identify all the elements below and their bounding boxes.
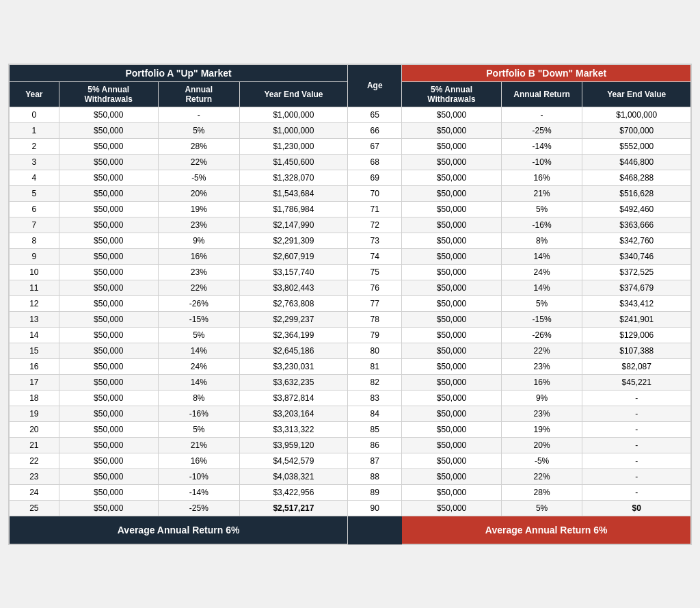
cell-year: 24	[10, 484, 59, 500]
portfolio-b-header: Portfolio B "Down" Market	[402, 64, 691, 81]
cell-year: 6	[10, 201, 59, 217]
cell-a-ret: 24%	[158, 358, 239, 374]
cell-b-ret: 5%	[501, 500, 582, 516]
cell-age: 65	[348, 107, 402, 122]
cell-b-yev: $492,460	[582, 201, 691, 217]
cell-year: 15	[10, 343, 59, 358]
table-row: 3 $50,000 22% $1,450,600 68 $50,000 -10%…	[10, 154, 691, 170]
cell-year: 7	[10, 217, 59, 233]
cell-a-wd: $50,000	[59, 358, 158, 374]
cell-a-wd: $50,000	[59, 343, 158, 358]
table-row: 25 $50,000 -25% $2,517,217 90 $50,000 5%…	[10, 500, 691, 516]
cell-b-wd: $50,000	[402, 107, 501, 122]
cell-a-yev: $3,959,120	[239, 437, 347, 453]
cell-a-ret: 16%	[158, 453, 239, 468]
cell-a-yev: $2,299,237	[239, 311, 347, 327]
cell-a-yev: $2,763,808	[239, 295, 347, 311]
cell-b-yev: $516,628	[582, 185, 691, 201]
cell-b-wd: $50,000	[402, 280, 501, 295]
table-row: 24 $50,000 -14% $3,422,956 89 $50,000 28…	[10, 484, 691, 500]
cell-a-yev: $1,786,984	[239, 201, 347, 217]
cell-age: 73	[348, 233, 402, 248]
cell-a-wd: $50,000	[59, 406, 158, 421]
col-b-wd: 5% AnnualWithdrawals	[402, 81, 501, 107]
table-row: 7 $50,000 23% $2,147,990 72 $50,000 -16%…	[10, 217, 691, 233]
cell-b-ret: 9%	[501, 390, 582, 406]
cell-age: 67	[348, 138, 402, 154]
cell-age: 82	[348, 374, 402, 390]
cell-b-yev: -	[582, 484, 691, 500]
cell-b-wd: $50,000	[402, 358, 501, 374]
table-row: 1 $50,000 5% $1,000,000 66 $50,000 -25% …	[10, 122, 691, 138]
table-row: 5 $50,000 20% $1,543,684 70 $50,000 21% …	[10, 185, 691, 201]
cell-age: 77	[348, 295, 402, 311]
cell-b-ret: 14%	[501, 248, 582, 264]
cell-year: 13	[10, 311, 59, 327]
cell-b-yev: -	[582, 437, 691, 453]
cell-b-ret: 24%	[501, 264, 582, 280]
cell-a-wd: $50,000	[59, 484, 158, 500]
cell-a-ret: -15%	[158, 311, 239, 327]
cell-b-ret: 16%	[501, 170, 582, 185]
cell-a-yev: $3,632,235	[239, 374, 347, 390]
cell-b-wd: $50,000	[402, 421, 501, 437]
cell-a-wd: $50,000	[59, 185, 158, 201]
cell-a-wd: $50,000	[59, 170, 158, 185]
cell-b-wd: $50,000	[402, 484, 501, 500]
cell-age: 88	[348, 468, 402, 484]
cell-age: 80	[348, 343, 402, 358]
cell-year: 1	[10, 122, 59, 138]
cell-year: 11	[10, 280, 59, 295]
col-a-wd: 5% AnnualWithdrawals	[59, 81, 158, 107]
cell-b-wd: $50,000	[402, 500, 501, 516]
table-row: 19 $50,000 -16% $3,203,164 84 $50,000 23…	[10, 406, 691, 421]
cell-b-ret: 22%	[501, 468, 582, 484]
cell-year: 17	[10, 374, 59, 390]
cell-a-wd: $50,000	[59, 122, 158, 138]
table-row: 12 $50,000 -26% $2,763,808 77 $50,000 5%…	[10, 295, 691, 311]
table-row: 4 $50,000 -5% $1,328,070 69 $50,000 16% …	[10, 170, 691, 185]
cell-b-wd: $50,000	[402, 295, 501, 311]
table-row: 9 $50,000 16% $2,607,919 74 $50,000 14% …	[10, 248, 691, 264]
cell-b-wd: $50,000	[402, 170, 501, 185]
col-a-ret: AnnualReturn	[158, 81, 239, 107]
cell-a-yev: $3,802,443	[239, 280, 347, 295]
cell-b-ret: 23%	[501, 358, 582, 374]
cell-age: 85	[348, 421, 402, 437]
cell-age: 81	[348, 358, 402, 374]
footer-age-spacer	[348, 516, 402, 544]
cell-a-yev: $3,157,740	[239, 264, 347, 280]
table-row: 14 $50,000 5% $2,364,199 79 $50,000 -26%…	[10, 327, 691, 343]
cell-a-ret: 16%	[158, 248, 239, 264]
cell-b-yev: $342,760	[582, 233, 691, 248]
cell-a-yev: $3,203,164	[239, 406, 347, 421]
cell-a-yev: $4,038,321	[239, 468, 347, 484]
cell-b-ret: -15%	[501, 311, 582, 327]
cell-a-yev: $3,422,956	[239, 484, 347, 500]
cell-a-yev: $1,000,000	[239, 107, 347, 122]
cell-a-yev: $2,517,217	[239, 500, 347, 516]
table-row: 18 $50,000 8% $3,872,814 83 $50,000 9% -	[10, 390, 691, 406]
cell-year: 21	[10, 437, 59, 453]
cell-year: 3	[10, 154, 59, 170]
cell-a-yev: $2,645,186	[239, 343, 347, 358]
cell-year: 12	[10, 295, 59, 311]
cell-a-wd: $50,000	[59, 201, 158, 217]
cell-a-wd: $50,000	[59, 280, 158, 295]
cell-a-wd: $50,000	[59, 264, 158, 280]
cell-a-ret: 9%	[158, 233, 239, 248]
cell-b-ret: 14%	[501, 280, 582, 295]
col-b-ret: Annual Return	[501, 81, 582, 107]
cell-year: 9	[10, 248, 59, 264]
table-row: 21 $50,000 21% $3,959,120 86 $50,000 20%…	[10, 437, 691, 453]
cell-a-yev: $1,230,000	[239, 138, 347, 154]
cell-a-wd: $50,000	[59, 468, 158, 484]
cell-b-wd: $50,000	[402, 185, 501, 201]
cell-a-ret: 19%	[158, 201, 239, 217]
cell-a-ret: 21%	[158, 437, 239, 453]
cell-a-ret: 23%	[158, 264, 239, 280]
cell-year: 0	[10, 107, 59, 122]
cell-a-wd: $50,000	[59, 233, 158, 248]
cell-age: 90	[348, 500, 402, 516]
cell-age: 68	[348, 154, 402, 170]
